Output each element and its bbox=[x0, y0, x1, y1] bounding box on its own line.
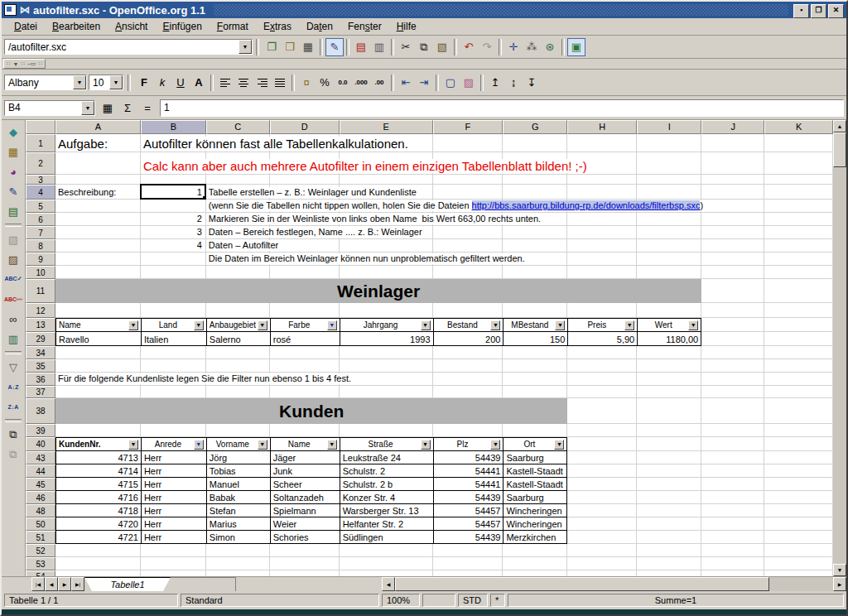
cell-B2[interactable]: Calc kann aber auch mehrere Autofilter i… bbox=[141, 152, 206, 175]
cell-D52[interactable] bbox=[270, 544, 340, 557]
align-top-icon[interactable]: ↥ bbox=[486, 74, 504, 92]
column-header-G[interactable]: G bbox=[503, 120, 567, 134]
cell-D46[interactable]: Soltanzadeh bbox=[270, 491, 340, 504]
cell-B37[interactable] bbox=[141, 386, 206, 398]
autofilter-button-jahrgang[interactable]: ▼ bbox=[421, 320, 431, 330]
cell-F4[interactable] bbox=[433, 185, 504, 200]
cell-J50[interactable] bbox=[701, 517, 764, 531]
cell-E48[interactable]: Warsberger Str. 13 bbox=[340, 504, 433, 517]
cell-J54[interactable] bbox=[701, 570, 764, 576]
row-header-39[interactable]: 39 bbox=[26, 424, 55, 437]
cell-B35[interactable] bbox=[141, 359, 206, 373]
cell-D48[interactable]: Spielmann bbox=[270, 504, 340, 517]
cell-K48[interactable] bbox=[764, 504, 833, 517]
column-header-C[interactable]: C bbox=[206, 120, 270, 134]
cell-J6[interactable] bbox=[701, 213, 764, 226]
cell-H38[interactable] bbox=[567, 398, 637, 424]
spellcheck-icon[interactable]: ABC✓ bbox=[3, 269, 23, 289]
pin-toolbar-icon[interactable]: –▭ bbox=[27, 60, 36, 67]
cell-B53[interactable] bbox=[141, 557, 206, 570]
cell-B50[interactable]: Herr bbox=[141, 517, 206, 531]
cell-A46[interactable]: 4716 bbox=[55, 491, 141, 504]
cell-B45[interactable]: Herr bbox=[141, 478, 206, 491]
cell-G13[interactable]: MBestand▼ bbox=[503, 318, 567, 332]
cell-C45[interactable]: Manuel bbox=[206, 478, 270, 491]
number-format-standard-icon[interactable]: 0.0 bbox=[334, 74, 352, 92]
vertical-scroll-thumb[interactable] bbox=[833, 132, 846, 167]
cell-K6[interactable] bbox=[764, 213, 833, 226]
cell-H34[interactable] bbox=[567, 346, 637, 359]
cell-E53[interactable] bbox=[340, 557, 433, 570]
font-size-dropdown-icon[interactable]: ▼ bbox=[109, 75, 123, 89]
row-header-7[interactable]: 7 bbox=[26, 226, 55, 239]
cell-K37[interactable] bbox=[764, 386, 833, 398]
cell-G8[interactable] bbox=[503, 239, 567, 253]
cell-J10[interactable] bbox=[701, 266, 764, 279]
filter-icon[interactable]: ▽ bbox=[3, 357, 23, 377]
scroll-down-icon[interactable]: ▼ bbox=[833, 564, 846, 576]
cell-K7[interactable] bbox=[764, 226, 833, 239]
row-header-9[interactable]: 9 bbox=[26, 253, 55, 266]
cell-H12[interactable] bbox=[567, 303, 637, 318]
row-header-52[interactable]: 52 bbox=[26, 544, 55, 557]
cell-F13[interactable]: Bestand▼ bbox=[433, 318, 504, 332]
cell-E54[interactable] bbox=[340, 570, 433, 576]
cell-I35[interactable] bbox=[637, 359, 701, 373]
cell-C46[interactable]: Babak bbox=[206, 491, 270, 504]
cell-I40[interactable] bbox=[637, 437, 701, 451]
form-controls-icon[interactable]: ▤ bbox=[3, 201, 23, 221]
hscroll-left-icon[interactable]: ◀ bbox=[382, 577, 395, 591]
font-size-combo[interactable]: 10 ▼ bbox=[89, 75, 123, 90]
cell-A8[interactable] bbox=[55, 239, 141, 253]
copy-icon[interactable]: ⧉ bbox=[415, 38, 433, 56]
cell-K36[interactable] bbox=[764, 373, 833, 386]
cell-G37[interactable] bbox=[503, 386, 567, 398]
cell-B39[interactable] bbox=[141, 424, 206, 437]
cell-E13[interactable]: Jahrgang▼ bbox=[340, 318, 433, 332]
cell-G39[interactable] bbox=[503, 424, 567, 437]
next-sheet-button[interactable]: ▶ bbox=[58, 577, 71, 591]
cell-H45[interactable] bbox=[567, 478, 637, 491]
minimize-button[interactable]: ▪ bbox=[793, 4, 809, 18]
insert-icon[interactable]: ◆ bbox=[3, 122, 23, 142]
cell-H13[interactable]: Preis▼ bbox=[567, 318, 637, 332]
cell-A45[interactable]: 4715 bbox=[55, 478, 141, 491]
row-header-3[interactable]: 3 bbox=[26, 175, 55, 185]
cell-A5[interactable] bbox=[55, 200, 141, 213]
cell-A6[interactable] bbox=[55, 213, 141, 226]
cell-B5[interactable] bbox=[141, 200, 206, 213]
stylist-icon[interactable]: ⁂ bbox=[523, 38, 541, 56]
cell-C34[interactable] bbox=[206, 346, 270, 359]
cell-E51[interactable]: Südlingen bbox=[340, 531, 433, 544]
cell-H54[interactable] bbox=[567, 570, 637, 576]
cell-G10[interactable] bbox=[503, 266, 567, 279]
cell-G12[interactable] bbox=[503, 303, 567, 318]
cell-B3[interactable] bbox=[141, 175, 206, 185]
cell-K29[interactable] bbox=[764, 332, 833, 346]
menu-ansicht[interactable]: Ansicht bbox=[108, 19, 155, 34]
cell-J12[interactable] bbox=[701, 303, 764, 318]
cell-B8[interactable]: 4 bbox=[141, 239, 206, 253]
cell-A12[interactable] bbox=[55, 303, 141, 318]
cell-G54[interactable] bbox=[503, 570, 567, 576]
cell-I43[interactable] bbox=[637, 451, 701, 464]
row-header-40[interactable]: 40 bbox=[26, 437, 55, 451]
cell-J46[interactable] bbox=[701, 491, 764, 504]
cell-C52[interactable] bbox=[206, 544, 270, 557]
cell-I38[interactable] bbox=[637, 398, 701, 424]
cell-I29[interactable]: 1180,00 bbox=[637, 332, 701, 346]
autofilter-button-wert[interactable]: ▼ bbox=[688, 320, 698, 330]
cell-K44[interactable] bbox=[764, 464, 833, 478]
row-header-45[interactable]: 45 bbox=[26, 478, 55, 491]
open-document-icon[interactable]: ❒ bbox=[281, 38, 299, 56]
cell-A50[interactable]: 4720 bbox=[55, 517, 141, 531]
menu-hilfe[interactable]: Hilfe bbox=[389, 19, 424, 34]
autofilter-button-name[interactable]: ▼ bbox=[327, 440, 337, 450]
cell-D40[interactable]: Name▼ bbox=[270, 437, 340, 451]
cell-I7[interactable] bbox=[637, 226, 701, 239]
docked-toolbar-handle[interactable]: ∷▼∷–▭∷ bbox=[3, 59, 46, 69]
cell-E34[interactable] bbox=[340, 346, 433, 359]
cell-F1[interactable] bbox=[433, 134, 504, 152]
cell-J51[interactable] bbox=[701, 531, 764, 544]
column-header-I[interactable]: I bbox=[637, 120, 701, 134]
